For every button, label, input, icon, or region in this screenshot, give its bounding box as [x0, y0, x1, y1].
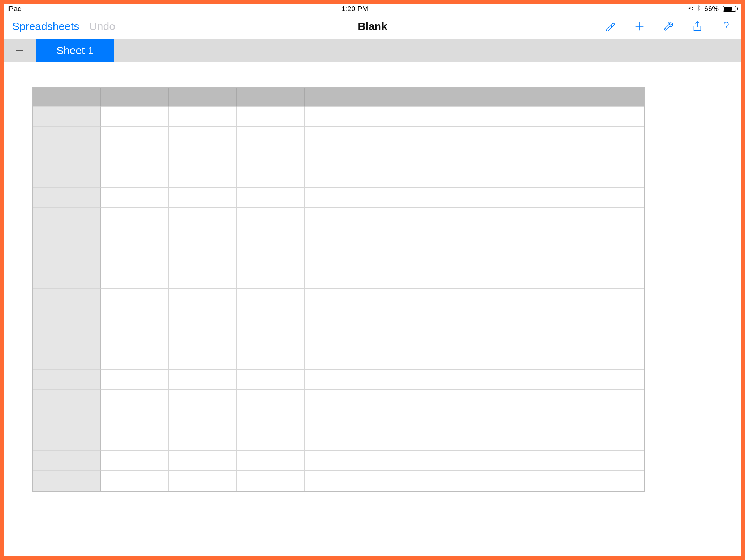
cell[interactable] — [305, 451, 372, 471]
cell[interactable] — [237, 147, 305, 167]
cell[interactable] — [508, 309, 576, 329]
cell[interactable] — [169, 329, 237, 349]
cell[interactable] — [101, 329, 169, 349]
cell[interactable] — [237, 410, 305, 430]
cell[interactable] — [101, 430, 169, 451]
row-header[interactable] — [33, 309, 101, 329]
cell[interactable] — [508, 370, 576, 390]
cell[interactable] — [101, 410, 169, 430]
sheet-tab-1[interactable]: Sheet 1 — [36, 39, 114, 62]
cell[interactable] — [576, 188, 644, 208]
cell[interactable] — [440, 228, 508, 248]
row-header[interactable] — [33, 410, 101, 430]
cell[interactable] — [169, 289, 237, 309]
cell[interactable] — [101, 370, 169, 390]
cell[interactable] — [101, 167, 169, 188]
cell[interactable] — [305, 127, 372, 147]
column-header[interactable] — [576, 88, 644, 107]
cell[interactable] — [372, 390, 440, 410]
cell[interactable] — [440, 127, 508, 147]
cell[interactable] — [237, 329, 305, 349]
cell[interactable] — [305, 410, 372, 430]
row-header[interactable] — [33, 471, 101, 491]
cell[interactable] — [305, 208, 372, 228]
cell[interactable] — [508, 127, 576, 147]
cell[interactable] — [237, 451, 305, 471]
cell[interactable] — [237, 471, 305, 491]
cell[interactable] — [101, 309, 169, 329]
cell[interactable] — [237, 127, 305, 147]
cell[interactable] — [305, 167, 372, 188]
cell[interactable] — [372, 410, 440, 430]
cell[interactable] — [576, 370, 644, 390]
column-header[interactable] — [169, 88, 237, 107]
cell[interactable] — [440, 390, 508, 410]
cell[interactable] — [372, 289, 440, 309]
cell[interactable] — [508, 188, 576, 208]
cell[interactable] — [305, 228, 372, 248]
cell[interactable] — [372, 309, 440, 329]
cell[interactable] — [169, 228, 237, 248]
column-header[interactable] — [372, 88, 440, 107]
cell[interactable] — [372, 248, 440, 268]
cell[interactable] — [576, 147, 644, 167]
cell[interactable] — [508, 430, 576, 451]
cell[interactable] — [169, 208, 237, 228]
cell[interactable] — [508, 107, 576, 127]
row-header[interactable] — [33, 289, 101, 309]
cell[interactable] — [101, 451, 169, 471]
cell[interactable] — [169, 188, 237, 208]
column-header[interactable] — [305, 88, 372, 107]
spreadsheet-canvas[interactable] — [4, 62, 741, 556]
cell[interactable] — [372, 430, 440, 451]
cell[interactable] — [440, 167, 508, 188]
cell[interactable] — [372, 147, 440, 167]
row-header[interactable] — [33, 329, 101, 349]
row-header[interactable] — [33, 430, 101, 451]
cell[interactable] — [576, 410, 644, 430]
cell[interactable] — [305, 349, 372, 370]
cell[interactable] — [101, 188, 169, 208]
help-icon[interactable] — [720, 20, 733, 33]
cell[interactable] — [305, 107, 372, 127]
cell[interactable] — [169, 107, 237, 127]
cell[interactable] — [440, 370, 508, 390]
cell[interactable] — [169, 451, 237, 471]
cell[interactable] — [237, 309, 305, 329]
cell[interactable] — [305, 248, 372, 268]
cell[interactable] — [372, 329, 440, 349]
cell[interactable] — [508, 451, 576, 471]
cell[interactable] — [440, 309, 508, 329]
cell[interactable] — [440, 471, 508, 491]
cell[interactable] — [508, 268, 576, 289]
cell[interactable] — [237, 248, 305, 268]
cell[interactable] — [237, 268, 305, 289]
cell[interactable] — [372, 370, 440, 390]
cell[interactable] — [101, 289, 169, 309]
cell[interactable] — [576, 107, 644, 127]
cell[interactable] — [372, 268, 440, 289]
cell[interactable] — [372, 349, 440, 370]
row-header[interactable] — [33, 248, 101, 268]
document-title[interactable]: Blank — [358, 20, 387, 33]
cell[interactable] — [508, 228, 576, 248]
cell[interactable] — [101, 248, 169, 268]
cell[interactable] — [169, 309, 237, 329]
spreadsheet-grid[interactable] — [33, 87, 645, 491]
cell[interactable] — [237, 349, 305, 370]
cell[interactable] — [169, 167, 237, 188]
cell[interactable] — [237, 228, 305, 248]
cell[interactable] — [508, 471, 576, 491]
cell[interactable] — [576, 309, 644, 329]
cell[interactable] — [305, 309, 372, 329]
cell[interactable] — [372, 107, 440, 127]
column-header[interactable] — [440, 88, 508, 107]
cell[interactable] — [508, 289, 576, 309]
row-header[interactable] — [33, 451, 101, 471]
cell[interactable] — [101, 147, 169, 167]
row-header[interactable] — [33, 127, 101, 147]
row-header[interactable] — [33, 107, 101, 127]
cell[interactable] — [508, 167, 576, 188]
cell[interactable] — [440, 107, 508, 127]
cell[interactable] — [305, 370, 372, 390]
